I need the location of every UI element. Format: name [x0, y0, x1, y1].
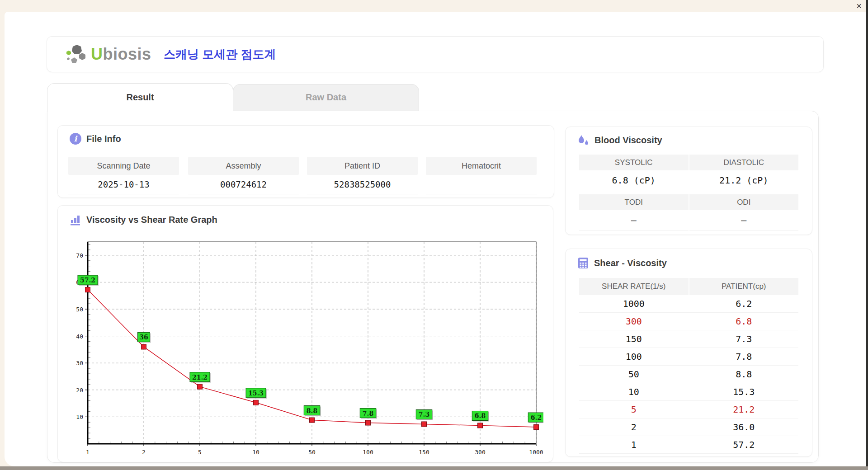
patient-cell: 6.8 [689, 313, 799, 330]
field-patient-id: Patient ID 52838525000 [307, 157, 418, 194]
table-row: 1007.8 [579, 348, 798, 366]
svg-text:50: 50 [76, 306, 83, 313]
table-row: 3006.8 [579, 313, 798, 330]
todi-header: TODI [579, 194, 689, 210]
svg-text:40: 40 [76, 333, 83, 340]
systolic-value: 6.8 (cP) [579, 170, 689, 191]
field-label: Scanning Date [68, 157, 179, 175]
todi-value: – [579, 210, 689, 231]
svg-text:150: 150 [419, 449, 429, 456]
svg-text:20: 20 [76, 387, 83, 394]
field-label: Assembly [188, 157, 299, 175]
shear-rate-cell: 2 [579, 418, 689, 436]
diastolic-header: DIASTOLIC [689, 155, 799, 170]
shear-viscosity-title: Shear - Viscosity [594, 258, 667, 268]
logo-rest: biosis [103, 45, 151, 63]
shear-rate-cell: 1000 [579, 295, 689, 312]
tab-raw-data[interactable]: Raw Data [233, 84, 419, 111]
blood-viscosity-card: Blood Viscosity SYSTOLIC DIASTOLIC 6.8 (… [565, 127, 812, 235]
systolic-header: SYSTOLIC [579, 155, 689, 170]
close-icon[interactable]: × [856, 0, 862, 11]
shear-rate-cell: 5 [579, 401, 689, 418]
viscosity-chart-svg: 102030405060701251050100150300100057.236… [73, 238, 543, 456]
svg-text:8.8: 8.8 [307, 407, 317, 414]
result-panel: i File Info Scanning Date 2025-10-13 Ass… [47, 111, 819, 463]
svg-text:50: 50 [308, 449, 316, 456]
file-info-title: File Info [86, 134, 121, 144]
table-row: 1015.3 [579, 383, 798, 401]
patient-cell: 7.3 [689, 330, 799, 348]
field-hematocrit: Hematocrit [426, 157, 537, 194]
patient-cell: 7.8 [689, 348, 799, 365]
table-row: 1507.3 [579, 330, 798, 348]
logo-letter-u: U [91, 45, 103, 63]
window-bottom-bar [0, 466, 868, 470]
blood-viscosity-table: SYSTOLIC DIASTOLIC 6.8 (cP) 21.2 (cP) TO… [579, 155, 798, 231]
table-row: 10006.2 [579, 295, 798, 313]
svg-text:300: 300 [475, 449, 485, 456]
patient-cell: 15.3 [689, 383, 799, 400]
app-title-korean: 스캐닝 모세관 점도계 [164, 47, 276, 62]
svg-text:10: 10 [76, 414, 83, 420]
shear-rate-cell: 300 [579, 313, 689, 330]
svg-text:36: 36 [139, 334, 148, 341]
svg-text:10: 10 [252, 449, 259, 456]
header-card: Ubiosis 스캐닝 모세관 점도계 [47, 36, 824, 72]
svg-text:1: 1 [86, 449, 90, 456]
field-value: 52838525000 [307, 175, 418, 194]
shear-rate-cell: 10 [579, 383, 689, 400]
svg-text:57.2: 57.2 [80, 277, 95, 284]
field-scanning-date: Scanning Date 2025-10-13 [68, 157, 179, 194]
svg-text:30: 30 [76, 360, 83, 367]
window-right-edge [866, 0, 868, 470]
svg-text:100: 100 [363, 449, 373, 456]
viscosity-chart: 102030405060701251050100150300100057.236… [73, 238, 543, 456]
field-label: Patient ID [307, 157, 418, 175]
field-value: 2025-10-13 [68, 175, 179, 194]
svg-text:70: 70 [76, 252, 83, 259]
main-window: Ubiosis 스캐닝 모세관 점도계 Result Raw Data i Fi… [5, 12, 866, 466]
blood-viscosity-title: Blood Viscosity [594, 135, 662, 146]
svg-text:15.3: 15.3 [248, 390, 264, 397]
diastolic-value: 21.2 (cP) [689, 170, 799, 191]
table-row: 157.2 [579, 436, 798, 454]
field-value [426, 175, 537, 194]
svg-text:21.2: 21.2 [192, 374, 208, 381]
tab-result[interactable]: Result [47, 83, 233, 112]
shear-rate-cell: 100 [579, 348, 689, 365]
app-window: × Ubiosis 스캐닝 모세관 점도계 Result Raw Data [0, 0, 868, 470]
shear-viscosity-table: SHEAR RATE(1/s) PATIENT(cp) 10006.2 3006… [579, 278, 798, 454]
svg-text:6.2: 6.2 [531, 414, 542, 421]
field-label: Hematocrit [426, 157, 537, 175]
ubiosis-logo-mark [65, 44, 87, 65]
info-icon: i [70, 133, 81, 145]
patient-cell: 57.2 [689, 436, 799, 453]
table-grid-icon [577, 257, 589, 269]
table-row: 508.8 [579, 366, 798, 383]
table-row: 521.2 [579, 401, 798, 418]
patient-cell: 21.2 [689, 401, 799, 418]
svg-text:7.8: 7.8 [363, 410, 373, 417]
svg-text:6.8: 6.8 [475, 412, 486, 419]
shear-rate-cell: 150 [579, 330, 689, 348]
field-value: 000724612 [188, 175, 299, 194]
bar-chart-icon [70, 214, 81, 226]
table-row: 236.0 [579, 418, 798, 436]
viscosity-graph-card: Viscosity vs Shear Rate Graph 1020304050… [57, 205, 553, 462]
ubiosis-logo: Ubiosis [65, 37, 151, 72]
field-assembly: Assembly 000724612 [188, 157, 299, 194]
patient-cell: 8.8 [689, 366, 799, 383]
graph-title: Viscosity vs Shear Rate Graph [86, 215, 217, 225]
shear-rate-column-header: SHEAR RATE(1/s) [579, 278, 689, 295]
shear-rate-cell: 50 [579, 366, 689, 383]
svg-text:7.3: 7.3 [419, 411, 429, 418]
svg-text:5: 5 [198, 449, 202, 456]
logo-text: Ubiosis [91, 46, 151, 62]
patient-cell: 36.0 [689, 418, 799, 436]
droplets-icon [577, 134, 590, 146]
file-info-card: i File Info Scanning Date 2025-10-13 Ass… [57, 125, 554, 198]
patient-column-header: PATIENT(cp) [689, 278, 799, 295]
svg-text:1000: 1000 [529, 449, 543, 456]
shear-viscosity-card: Shear - Viscosity SHEAR RATE(1/s) PATIEN… [565, 249, 812, 457]
patient-cell: 6.2 [689, 295, 799, 312]
